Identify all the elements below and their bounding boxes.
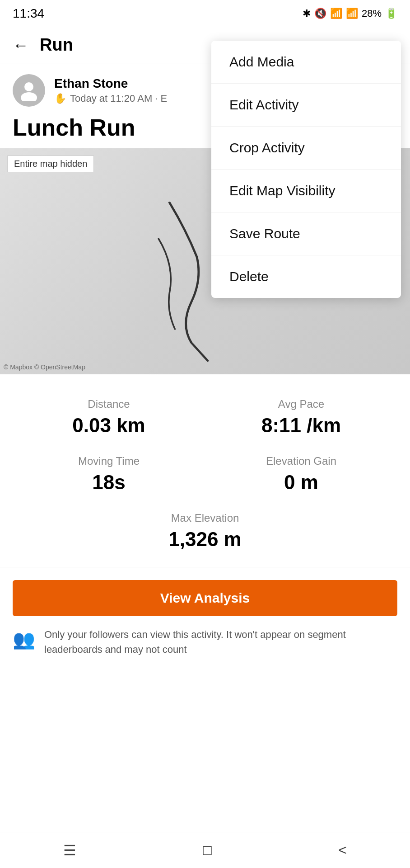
- dropdown-delete[interactable]: Delete: [211, 255, 401, 298]
- dropdown-edit-activity[interactable]: Edit Activity: [211, 84, 401, 127]
- dropdown-menu: Add Media Edit Activity Crop Activity Ed…: [211, 41, 401, 298]
- dropdown-overlay[interactable]: Add Media Edit Activity Crop Activity Ed…: [0, 0, 410, 868]
- dropdown-save-route[interactable]: Save Route: [211, 212, 401, 255]
- dropdown-edit-map-visibility[interactable]: Edit Map Visibility: [211, 170, 401, 212]
- dropdown-add-media[interactable]: Add Media: [211, 41, 401, 84]
- dropdown-crop-activity[interactable]: Crop Activity: [211, 127, 401, 170]
